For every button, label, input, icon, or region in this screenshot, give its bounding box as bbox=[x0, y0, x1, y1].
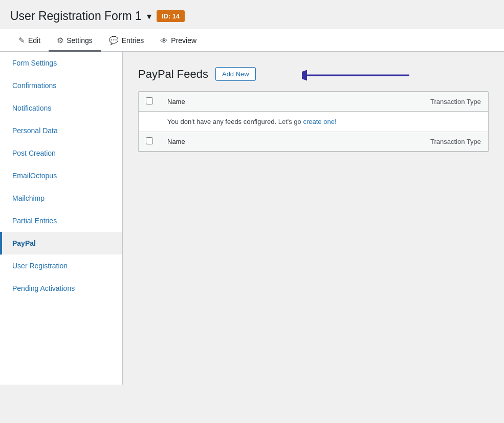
tab-entries[interactable]: 💬 Entries bbox=[101, 30, 152, 52]
table-footer-row: Name Transaction Type bbox=[139, 132, 488, 152]
sidebar-emailoctopus[interactable]: EmailOctopus bbox=[0, 164, 122, 187]
table-empty-row: You don't have any feeds configured. Let… bbox=[139, 112, 488, 132]
tab-settings-label: Settings bbox=[67, 36, 93, 45]
sidebar-pending-activations[interactable]: Pending Activations bbox=[0, 277, 122, 300]
edit-icon: ✎ bbox=[18, 36, 25, 45]
footer-checkbox-col bbox=[139, 132, 160, 152]
tab-edit-label: Edit bbox=[28, 36, 40, 45]
add-new-button[interactable]: Add New bbox=[215, 67, 256, 81]
feeds-table-panel: Name Transaction Type You don't have any… bbox=[138, 91, 489, 152]
table-header-row: Name Transaction Type bbox=[139, 92, 488, 112]
header-checkbox-col bbox=[139, 92, 160, 112]
page-header: User Registration Form 1 ▾ ID: 14 bbox=[0, 0, 504, 29]
tab-edit[interactable]: ✎ Edit bbox=[10, 30, 49, 52]
tab-preview[interactable]: 👁 Preview bbox=[152, 30, 205, 52]
footer-name-col: Name bbox=[160, 132, 335, 152]
page-title: User Registration Form 1 bbox=[10, 9, 142, 23]
sidebar-confirmations[interactable]: Confirmations bbox=[0, 74, 122, 97]
sidebar-paypal[interactable]: PayPal bbox=[0, 232, 122, 255]
sidebar-notifications[interactable]: Notifications bbox=[0, 97, 122, 119]
sidebar-partial-entries[interactable]: Partial Entries bbox=[0, 209, 122, 232]
select-all-checkbox[interactable] bbox=[146, 97, 153, 104]
feeds-header: PayPal Feeds Add New bbox=[138, 67, 489, 91]
sidebar-mailchimp[interactable]: Mailchimp bbox=[0, 187, 122, 209]
preview-icon: 👁 bbox=[160, 36, 168, 45]
content-area: PayPal Feeds Add New bbox=[123, 52, 504, 385]
lets-go-label: Let's go bbox=[278, 118, 301, 125]
tab-entries-label: Entries bbox=[122, 36, 144, 45]
create-one-link[interactable]: create one! bbox=[303, 118, 336, 125]
header-type-col: Transaction Type bbox=[335, 92, 489, 112]
empty-message-cell: You don't have any feeds configured. Let… bbox=[160, 112, 488, 132]
empty-row-checkbox-cell bbox=[139, 112, 160, 132]
tab-settings[interactable]: ⚙ Settings bbox=[49, 30, 101, 52]
settings-icon: ⚙ bbox=[57, 36, 63, 45]
sidebar-personal-data[interactable]: Personal Data bbox=[0, 119, 122, 142]
title-dropdown-icon[interactable]: ▾ bbox=[147, 11, 151, 22]
sidebar-user-registration[interactable]: User Registration bbox=[0, 255, 122, 277]
footer-select-all-checkbox[interactable] bbox=[146, 137, 153, 144]
sidebar-post-creation[interactable]: Post Creation bbox=[0, 142, 122, 164]
feeds-title: PayPal Feeds bbox=[138, 68, 208, 81]
id-badge: ID: 14 bbox=[157, 10, 185, 22]
entries-icon: 💬 bbox=[109, 36, 119, 45]
arrow-annotation bbox=[302, 66, 414, 87]
footer-type-col: Transaction Type bbox=[335, 132, 489, 152]
sidebar: Form Settings Confirmations Notification… bbox=[0, 52, 123, 385]
header-name-col: Name bbox=[160, 92, 335, 112]
feeds-table: Name Transaction Type You don't have any… bbox=[139, 92, 488, 152]
empty-message-prefix: You don't have any feeds configured. bbox=[167, 118, 276, 125]
tab-preview-label: Preview bbox=[171, 36, 196, 45]
sidebar-form-settings[interactable]: Form Settings bbox=[0, 52, 122, 74]
main-layout: Form Settings Confirmations Notification… bbox=[0, 52, 504, 385]
nav-tabs-bar: ✎ Edit ⚙ Settings 💬 Entries 👁 Preview bbox=[0, 29, 504, 52]
